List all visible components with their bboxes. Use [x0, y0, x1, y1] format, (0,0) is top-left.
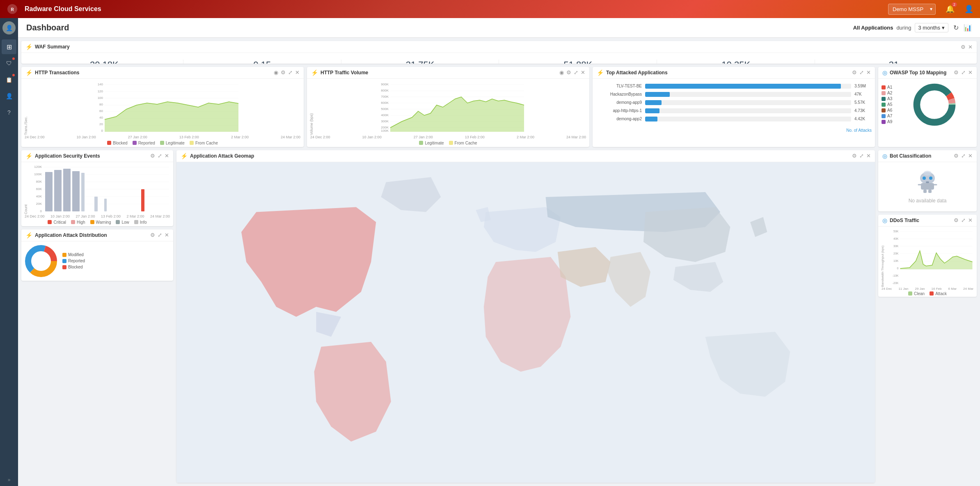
app-security-close-icon[interactable]: ✕ — [165, 153, 169, 159]
sidebar-item-security[interactable]: 🛡 — [2, 56, 16, 71]
ddos-chart: 50K 40K 30K 20K 10K 0 -10K -20K — [885, 228, 975, 287]
top-attacked-settings-icon[interactable]: ⚙ — [852, 69, 857, 76]
sidebar-expand[interactable]: » — [8, 477, 11, 483]
app-security-x-labels: 24 Dec 2:00 10 Jan 2:00 27 Jan 2:00 13 F… — [21, 214, 173, 218]
attacked-bar-2 — [645, 100, 662, 105]
waf-summary-header: ⚡ WAF Summary ⚙ ✕ — [21, 41, 977, 53]
sidebar-item-dashboard[interactable]: ⊞ — [2, 39, 16, 54]
http-trans-header: ⚡ HTTP Transactions ◉ ⚙ ⤢ ✕ — [21, 67, 304, 79]
attack-dist-header: ⚡ Application Attack Distribution ⚙ ⤢ ✕ — [21, 229, 173, 241]
attacked-bar-3 — [645, 108, 659, 113]
waf-close-icon[interactable]: ✕ — [968, 44, 973, 50]
avatar[interactable]: 👤 — [2, 21, 16, 34]
http-traffic-icon: ⚡ — [311, 69, 318, 76]
http-traffic-chart: 900K 800K 700K 600K 500K 400K 300K 200K … — [314, 80, 588, 135]
http-traffic-settings-icon[interactable]: ⚙ — [566, 69, 571, 76]
sidebar-item-help[interactable]: ? — [2, 105, 16, 120]
svg-rect-60 — [141, 189, 144, 211]
geomap-expand-icon[interactable]: ⤢ — [859, 153, 864, 159]
bot-settings-icon[interactable]: ⚙ — [954, 153, 959, 159]
attack-dist-settings-icon[interactable]: ⚙ — [150, 232, 155, 238]
top-attacked-icon: ⚡ — [597, 69, 604, 76]
owasp-close-icon[interactable]: ✕ — [968, 69, 973, 76]
waf-stat-3: 51.88K Vulnerability exploitations event… — [499, 60, 657, 64]
http-trans-pie-icon[interactable]: ◉ — [274, 69, 278, 76]
attacked-name-3: app-http-https-1 — [597, 108, 642, 113]
filter-all-apps[interactable]: All Applications — [853, 25, 893, 31]
svg-text:20K: 20K — [36, 202, 42, 206]
chart-icon[interactable]: 📊 — [964, 24, 972, 32]
attacked-name-0: TLV-TEST-BE — [597, 84, 642, 88]
sidebar-item-reports[interactable]: 📋 — [2, 72, 16, 87]
svg-text:0: 0 — [40, 209, 42, 213]
svg-point-68 — [923, 177, 926, 180]
attack-dist-expand-icon[interactable]: ⤢ — [158, 232, 162, 238]
http-trans-body: Trans./Sec. 140 120 100 80 60 40 20 — [21, 79, 304, 135]
svg-text:500K: 500K — [381, 107, 389, 111]
waf-stat-2: 31.75K Database manipulations events — [341, 60, 499, 64]
owasp-expand-icon[interactable]: ⤢ — [961, 69, 966, 76]
top-attacked-header: ⚡ Top Attacked Applications ⚙ ⤢ ✕ — [593, 67, 875, 79]
ddos-close-icon[interactable]: ✕ — [968, 217, 973, 223]
http-traffic-card: ⚡ HTTP Traffic Volume ◉ ⚙ ⤢ ✕ Volume (bp… — [307, 67, 589, 147]
app-security-svg: 120K 100K 80K 60K 40K 20K 0 — [29, 164, 172, 213]
owasp-color-a3 — [882, 97, 886, 101]
svg-text:R: R — [11, 7, 14, 12]
attacked-bar-1 — [645, 92, 670, 97]
app-security-settings-icon[interactable]: ⚙ — [150, 153, 155, 159]
attack-dist-legend: Modified Reported Blocked — [62, 252, 85, 270]
app-security-header: ⚡ Application Security Events ⚙ ⤢ ✕ — [21, 150, 173, 162]
top-attacked-expand-icon[interactable]: ⤢ — [859, 69, 864, 76]
app-security-icon: ⚡ — [25, 153, 32, 159]
owasp-donut-svg — [912, 82, 957, 127]
svg-text:30K: 30K — [893, 245, 899, 248]
radware-logo: R — [7, 3, 18, 15]
ddos-svg: 50K 40K 30K 20K 10K 0 -10K -20K — [885, 228, 975, 286]
geomap-header: ⚡ Application Attack Geomap ⚙ ⤢ ✕ — [176, 150, 875, 162]
geomap-close-icon[interactable]: ✕ — [866, 153, 871, 159]
attacked-bar-wrap-3 — [645, 108, 851, 113]
attack-dist-close-icon[interactable]: ✕ — [165, 232, 169, 238]
http-trans-close-icon[interactable]: ✕ — [295, 69, 300, 76]
user-icon[interactable]: 👤 — [964, 5, 973, 14]
top-attacked-close-icon[interactable]: ✕ — [866, 69, 871, 76]
http-traffic-close-icon[interactable]: ✕ — [581, 69, 585, 76]
http-trans-settings-icon[interactable]: ⚙ — [281, 69, 286, 76]
bot-close-icon[interactable]: ✕ — [968, 153, 973, 159]
waf-stat-value-0: 20.18K — [25, 60, 183, 64]
chevron-down-icon: ▾ — [942, 25, 945, 31]
svg-text:20K: 20K — [893, 252, 899, 255]
geomap-card: ⚡ Application Attack Geomap ⚙ ⤢ ✕ — [176, 150, 875, 483]
app-security-expand-icon[interactable]: ⤢ — [158, 153, 162, 159]
app-security-y-label: Count — [23, 164, 29, 214]
svg-text:800K: 800K — [381, 89, 389, 92]
ddos-settings-icon[interactable]: ⚙ — [954, 217, 959, 223]
attacked-footer[interactable]: No. of Attacks — [593, 126, 875, 134]
ddos-expand-icon[interactable]: ⤢ — [961, 217, 966, 223]
filter-period-dropdown[interactable]: 3 months ▾ — [915, 23, 948, 32]
notification-icon[interactable]: 🔔 2 — [946, 5, 955, 14]
attack-dist-actions: ⚙ ⤢ ✕ — [150, 232, 169, 238]
waf-settings-icon[interactable]: ⚙ — [961, 44, 966, 50]
tenant-dropdown[interactable]: Demo MSSP — [888, 4, 936, 15]
owasp-settings-icon[interactable]: ⚙ — [954, 69, 959, 76]
owasp-legend: A1 A2 A3 A5 A6 A7 A9 — [882, 85, 892, 124]
svg-rect-59 — [104, 199, 107, 211]
http-traffic-pie-icon[interactable]: ◉ — [559, 69, 564, 76]
attacked-name-4: demong-app2 — [597, 117, 642, 121]
attacked-bar-wrap-2 — [645, 100, 851, 105]
app-security-title: Application Security Events — [35, 153, 148, 159]
http-traffic-expand-icon[interactable]: ⤢ — [574, 69, 578, 76]
attacked-name-1: HackazonBypass — [597, 92, 642, 96]
refresh-icon[interactable]: ↻ — [953, 24, 959, 32]
owasp-actions: ⚙ ⤢ ✕ — [954, 69, 973, 76]
bot-expand-icon[interactable]: ⤢ — [961, 153, 966, 159]
tenant-dropdown-wrap[interactable]: Demo MSSP — [888, 4, 936, 15]
geomap-settings-icon[interactable]: ⚙ — [852, 153, 857, 159]
owasp-body: A1 A2 A3 A5 A6 A7 A9 — [878, 79, 977, 131]
svg-text:60K: 60K — [36, 187, 42, 191]
http-traffic-actions: ◉ ⚙ ⤢ ✕ — [559, 69, 585, 76]
sidebar-item-users[interactable]: 👤 — [2, 89, 16, 103]
http-trans-expand-icon[interactable]: ⤢ — [288, 69, 293, 76]
http-traffic-x-labels: 24 Dec 2:00 10 Jan 2:00 27 Jan 2:00 13 F… — [307, 135, 589, 139]
